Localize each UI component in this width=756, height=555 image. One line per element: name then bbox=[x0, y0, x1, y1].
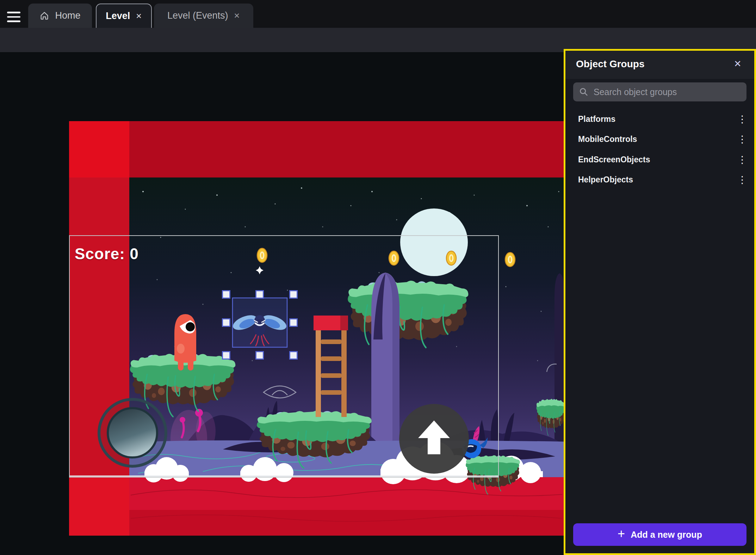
group-name: HelperObjects bbox=[578, 175, 737, 185]
group-name: EndScreenObjects bbox=[578, 155, 737, 164]
search-input[interactable] bbox=[594, 87, 741, 97]
background-rock-pillar bbox=[554, 273, 564, 459]
scene-red-corner bbox=[69, 477, 129, 536]
home-icon bbox=[39, 11, 49, 21]
add-group-button[interactable]: + Add a new group bbox=[573, 523, 746, 546]
search-icon bbox=[579, 87, 589, 97]
coin-sprite[interactable] bbox=[446, 251, 456, 265]
panel-title: Object Groups bbox=[576, 58, 644, 70]
tab-home[interactable]: Home bbox=[28, 4, 92, 28]
group-name: MobileControls bbox=[578, 135, 737, 144]
coin-sprite[interactable] bbox=[257, 248, 267, 262]
coin-sprite[interactable] bbox=[389, 251, 399, 265]
tab-home-label: Home bbox=[55, 10, 80, 21]
scene-red-corner bbox=[69, 121, 129, 177]
score-text: Score: 0 bbox=[75, 245, 139, 263]
panel-header: Object Groups ✕ bbox=[565, 51, 754, 79]
group-row-mobilecontrols[interactable]: MobileControls ⋮ bbox=[565, 129, 754, 149]
tab-level-events[interactable]: Level (Events) ✕ bbox=[154, 4, 253, 28]
kebab-menu-icon[interactable]: ⋮ bbox=[737, 113, 746, 125]
group-name: Platforms bbox=[578, 114, 737, 124]
group-row-platforms[interactable]: Platforms ⋮ bbox=[565, 109, 754, 129]
game-scene[interactable] bbox=[69, 121, 564, 536]
tab-close-icon[interactable]: ✕ bbox=[136, 12, 142, 20]
tab-level-label: Level bbox=[106, 11, 130, 21]
tab-bar: Home Level ✕ Level (Events) ✕ bbox=[0, 0, 756, 28]
scene-red-bottom-band bbox=[129, 510, 564, 536]
plus-icon: + bbox=[618, 526, 625, 541]
group-row-endscreenobjects[interactable]: EndScreenObjects ⋮ bbox=[565, 150, 754, 170]
kebab-menu-icon[interactable]: ⋮ bbox=[737, 174, 746, 186]
add-group-button-label: Add a new group bbox=[631, 530, 702, 540]
group-row-helperobjects[interactable]: HelperObjects ⋮ bbox=[565, 170, 754, 190]
tab-level-events-label: Level (Events) bbox=[167, 10, 228, 21]
jump-button-sprite[interactable] bbox=[399, 404, 469, 474]
coin-sprite[interactable] bbox=[505, 252, 515, 267]
tab-level-active[interactable]: Level ✕ bbox=[96, 4, 152, 28]
joystick-control-sprite[interactable] bbox=[99, 399, 166, 466]
scene-red-top-band bbox=[69, 121, 564, 177]
selected-fly-enemy[interactable] bbox=[231, 298, 288, 347]
hamburger-menu-icon[interactable] bbox=[7, 12, 20, 22]
moon-sprite[interactable] bbox=[400, 208, 468, 276]
camera-frame-baseline bbox=[69, 475, 498, 477]
background-rock-tower bbox=[371, 273, 399, 461]
search-box[interactable] bbox=[573, 82, 746, 101]
object-groups-panel: Object Groups ✕ Platforms ⋮ MobileContro… bbox=[564, 49, 756, 555]
tab-close-icon[interactable]: ✕ bbox=[234, 12, 240, 20]
kebab-menu-icon[interactable]: ⋮ bbox=[737, 133, 746, 145]
kebab-menu-icon[interactable]: ⋮ bbox=[737, 154, 746, 166]
panel-close-icon[interactable]: ✕ bbox=[734, 58, 742, 69]
editor-toolbar: Preview ▾ Publish bbox=[0, 28, 756, 52]
